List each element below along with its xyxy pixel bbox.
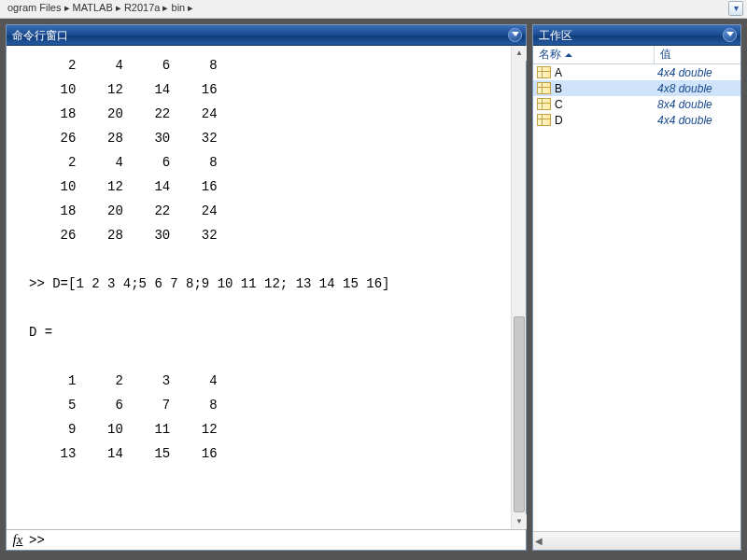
variable-icon bbox=[537, 98, 551, 110]
minimize-icon[interactable] bbox=[508, 28, 522, 42]
workspace-header[interactable]: 名称 值 bbox=[533, 46, 740, 64]
command-window-title: 命令行窗口 bbox=[12, 29, 68, 42]
variable-icon bbox=[537, 82, 551, 94]
workspace-body[interactable]: A4x4 doubleB4x8 doubleC8x4 doubleD4x4 do… bbox=[533, 64, 740, 529]
col-value-label: 值 bbox=[660, 47, 671, 63]
hscroll-left-icon[interactable]: ◀ bbox=[535, 536, 543, 546]
workspace-titlebar[interactable]: 工作区 bbox=[533, 25, 740, 46]
variable-icon bbox=[537, 114, 551, 126]
command-input-row[interactable]: fx >> bbox=[7, 529, 526, 550]
workspace-col-name[interactable]: 名称 bbox=[533, 46, 655, 63]
scroll-up-icon[interactable]: ▲ bbox=[512, 46, 527, 61]
variable-value: 8x4 double bbox=[657, 98, 712, 111]
workspace-row[interactable]: A4x4 double bbox=[533, 64, 740, 80]
variable-icon bbox=[537, 66, 551, 78]
workspace-bottom-bar[interactable]: ◀ bbox=[533, 531, 740, 550]
variable-value: 4x4 double bbox=[657, 66, 712, 79]
col-name-label: 名称 bbox=[539, 47, 561, 63]
variable-name: D bbox=[555, 114, 657, 127]
work-area: 命令行窗口 2 4 6 8 10 12 14 16 18 20 22 24 26… bbox=[0, 19, 747, 560]
variable-value: 4x4 double bbox=[657, 114, 712, 127]
variable-value: 4x8 double bbox=[657, 82, 712, 95]
command-window-body[interactable]: 2 4 6 8 10 12 14 16 18 20 22 24 26 28 30… bbox=[7, 46, 526, 529]
scroll-thumb[interactable] bbox=[514, 316, 525, 512]
workspace-col-value[interactable]: 值 bbox=[655, 46, 740, 63]
variable-name: C bbox=[555, 98, 657, 111]
workspace-row[interactable]: C8x4 double bbox=[533, 96, 740, 112]
vertical-scrollbar[interactable]: ▲ ▼ bbox=[511, 46, 526, 529]
scroll-down-icon[interactable]: ▼ bbox=[512, 514, 527, 529]
breadcrumb-bar[interactable]: ogram Files ▸ MATLAB ▸ R2017a ▸ bin ▸ ▾ bbox=[0, 0, 747, 19]
prompt-text: >> bbox=[29, 533, 45, 548]
breadcrumb-dropdown-icon[interactable]: ▾ bbox=[728, 1, 743, 16]
breadcrumb-text: ogram Files ▸ MATLAB ▸ R2017a ▸ bin ▸ bbox=[7, 2, 193, 13]
workspace-row[interactable]: B4x8 double bbox=[533, 80, 740, 96]
fx-icon[interactable]: fx bbox=[7, 532, 29, 548]
sort-asc-icon bbox=[565, 53, 572, 57]
command-window-pane: 命令行窗口 2 4 6 8 10 12 14 16 18 20 22 24 26… bbox=[6, 24, 527, 551]
command-window-titlebar[interactable]: 命令行窗口 bbox=[7, 25, 526, 46]
workspace-row[interactable]: D4x4 double bbox=[533, 112, 740, 128]
minimize-icon[interactable] bbox=[723, 28, 737, 42]
variable-name: A bbox=[555, 66, 657, 79]
workspace-title: 工作区 bbox=[539, 29, 572, 42]
workspace-pane: 工作区 名称 值 A4x4 doubleB4x8 doubleC8x4 doub… bbox=[532, 24, 741, 551]
variable-name: B bbox=[555, 82, 657, 95]
